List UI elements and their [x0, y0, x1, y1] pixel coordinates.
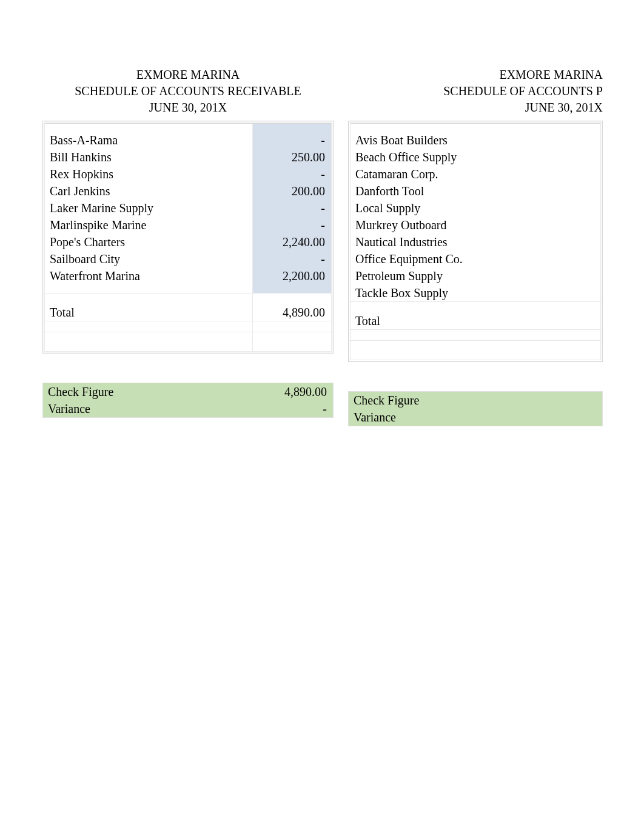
receivable-variance-value: - — [254, 401, 333, 417]
payable-check-value — [523, 399, 602, 401]
payable-variance-label: Variance — [349, 409, 523, 426]
receivable-title: SCHEDULE OF ACCOUNTS RECEIVABLE — [42, 83, 334, 99]
payable-total-label: Total — [351, 312, 600, 329]
table-row-value: - — [252, 166, 331, 183]
table-row-name: Laker Marine Supply — [45, 200, 252, 216]
table-row-name: Carl Jenkins — [45, 183, 252, 200]
table-row-name: Petroleum Supply — [351, 267, 600, 284]
table-row-value: - — [252, 132, 331, 149]
payable-title: SCHEDULE OF ACCOUNTS P — [348, 83, 603, 99]
payable-column: EXMORE MARINA SCHEDULE OF ACCOUNTS P JUN… — [348, 67, 603, 426]
payable-company: EXMORE MARINA — [348, 67, 603, 83]
table-row-value: 2,200.00 — [252, 267, 331, 284]
table-row-value: - — [252, 250, 331, 267]
table-row-name: Murkrey Outboard — [351, 216, 600, 233]
receivable-column: EXMORE MARINA SCHEDULE OF ACCOUNTS RECEI… — [42, 67, 334, 426]
table-row-name: Tackle Box Supply — [351, 284, 600, 301]
payable-table: Avis Boat Builders Beach Office Supply C… — [348, 121, 603, 362]
receivable-total-value: 4,890.00 — [252, 304, 331, 321]
table-row-name: Beach Office Supply — [351, 149, 600, 166]
table-row-name: Marlinspike Marine — [45, 216, 252, 233]
payable-header: EXMORE MARINA SCHEDULE OF ACCOUNTS P JUN… — [348, 67, 603, 116]
table-row-name: Waterfront Marina — [45, 267, 252, 284]
table-row-value: - — [252, 216, 331, 233]
table-row-name: Avis Boat Builders — [351, 132, 600, 149]
table-row-name: Sailboard City — [45, 250, 252, 267]
table-row-name: Nautical Industries — [351, 233, 600, 250]
page: EXMORE MARINA SCHEDULE OF ACCOUNTS RECEI… — [0, 0, 644, 426]
receivable-check-box: Check Figure 4,890.00 Variance - — [42, 383, 334, 418]
table-row-name: Pope's Charters — [45, 233, 252, 250]
payable-check-label: Check Figure — [349, 392, 523, 409]
table-row-name: Local Supply — [351, 200, 600, 216]
receivable-total-label: Total — [45, 304, 252, 321]
receivable-company: EXMORE MARINA — [42, 67, 334, 83]
table-row-value: 2,240.00 — [252, 233, 331, 250]
table-row-name: Office Equipment Co. — [351, 250, 600, 267]
receivable-date: JUNE 30, 201X — [42, 99, 334, 116]
receivable-table: Bass-A-Rama- Bill Hankins250.00 Rex Hopk… — [42, 121, 334, 354]
table-row-value: 250.00 — [252, 149, 331, 166]
table-row-name: Bill Hankins — [45, 149, 252, 166]
table-row-name: Catamaran Corp. — [351, 166, 600, 183]
receivable-check-label: Check Figure — [43, 384, 254, 400]
payable-variance-value — [523, 416, 602, 418]
table-row-value: 200.00 — [252, 183, 331, 200]
payable-check-box: Check Figure Variance — [348, 391, 603, 426]
receivable-variance-label: Variance — [43, 401, 254, 417]
receivable-header: EXMORE MARINA SCHEDULE OF ACCOUNTS RECEI… — [42, 67, 334, 116]
table-row-name: Bass-A-Rama — [45, 132, 252, 149]
table-row-value: - — [252, 200, 331, 216]
table-row-name: Danforth Tool — [351, 183, 600, 200]
payable-date: JUNE 30, 201X — [348, 99, 603, 116]
table-row-name: Rex Hopkins — [45, 166, 252, 183]
receivable-check-value: 4,890.00 — [254, 384, 333, 400]
